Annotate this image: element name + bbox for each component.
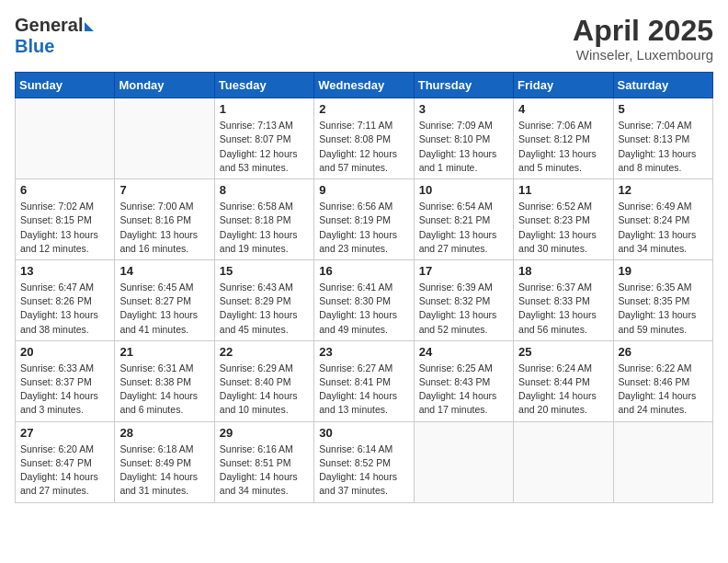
day-number: 1 <box>220 102 309 116</box>
day-info: Sunrise: 6:39 AM Sunset: 8:32 PM Dayligh… <box>419 281 508 337</box>
day-number: 2 <box>319 102 408 116</box>
calendar-cell: 7Sunrise: 7:00 AM Sunset: 8:16 PM Daylig… <box>115 179 214 260</box>
calendar-cell: 30Sunrise: 6:14 AM Sunset: 8:52 PM Dayli… <box>314 421 414 502</box>
day-number: 23 <box>319 345 408 359</box>
day-info: Sunrise: 6:20 AM Sunset: 8:47 PM Dayligh… <box>20 442 109 499</box>
calendar-cell: 28Sunrise: 6:18 AM Sunset: 8:49 PM Dayli… <box>115 421 214 502</box>
calendar-cell: 23Sunrise: 6:27 AM Sunset: 8:41 PM Dayli… <box>314 340 414 421</box>
day-number: 14 <box>119 264 209 278</box>
calendar-cell: 24Sunrise: 6:25 AM Sunset: 8:43 PM Dayli… <box>414 340 513 421</box>
day-info: Sunrise: 7:04 AM Sunset: 8:13 PM Dayligh… <box>619 119 708 175</box>
calendar-cell: 26Sunrise: 6:22 AM Sunset: 8:46 PM Dayli… <box>613 340 712 421</box>
day-info: Sunrise: 6:16 AM Sunset: 8:51 PM Dayligh… <box>220 442 309 499</box>
day-info: Sunrise: 6:56 AM Sunset: 8:19 PM Dayligh… <box>319 200 408 256</box>
day-number: 12 <box>619 183 708 197</box>
calendar-cell: 22Sunrise: 6:29 AM Sunset: 8:40 PM Dayli… <box>214 340 313 421</box>
calendar-week-5: 27Sunrise: 6:20 AM Sunset: 8:47 PM Dayli… <box>16 421 713 502</box>
day-number: 26 <box>619 345 708 359</box>
day-info: Sunrise: 6:27 AM Sunset: 8:41 PM Dayligh… <box>319 362 408 418</box>
weekday-header-wednesday: Wednesday <box>314 73 414 98</box>
day-info: Sunrise: 6:24 AM Sunset: 8:44 PM Dayligh… <box>518 362 608 418</box>
day-info: Sunrise: 6:54 AM Sunset: 8:21 PM Dayligh… <box>419 200 508 256</box>
calendar-week-2: 6Sunrise: 7:02 AM Sunset: 8:15 PM Daylig… <box>16 179 713 260</box>
weekday-header-saturday: Saturday <box>613 73 712 98</box>
day-info: Sunrise: 6:49 AM Sunset: 8:24 PM Dayligh… <box>619 200 708 256</box>
calendar-cell: 27Sunrise: 6:20 AM Sunset: 8:47 PM Dayli… <box>16 421 115 502</box>
day-number: 9 <box>319 183 408 197</box>
day-number: 17 <box>419 264 508 278</box>
day-info: Sunrise: 7:13 AM Sunset: 8:07 PM Dayligh… <box>220 119 309 175</box>
day-number: 30 <box>319 426 408 440</box>
day-info: Sunrise: 6:45 AM Sunset: 8:27 PM Dayligh… <box>119 281 209 337</box>
day-info: Sunrise: 7:02 AM Sunset: 8:15 PM Dayligh… <box>20 200 109 256</box>
calendar-cell: 17Sunrise: 6:39 AM Sunset: 8:32 PM Dayli… <box>414 259 513 340</box>
calendar-cell <box>514 421 613 502</box>
calendar-week-1: 1Sunrise: 7:13 AM Sunset: 8:07 PM Daylig… <box>16 98 713 179</box>
calendar-cell: 21Sunrise: 6:31 AM Sunset: 8:38 PM Dayli… <box>115 340 214 421</box>
calendar-cell: 6Sunrise: 7:02 AM Sunset: 8:15 PM Daylig… <box>16 179 115 260</box>
day-info: Sunrise: 6:52 AM Sunset: 8:23 PM Dayligh… <box>518 200 608 256</box>
day-number: 15 <box>220 264 309 278</box>
day-number: 21 <box>119 345 209 359</box>
day-number: 16 <box>319 264 408 278</box>
day-number: 7 <box>119 183 209 197</box>
day-info: Sunrise: 6:58 AM Sunset: 8:18 PM Dayligh… <box>220 200 309 256</box>
day-number: 25 <box>518 345 608 359</box>
weekday-header-row: SundayMondayTuesdayWednesdayThursdayFrid… <box>16 73 713 98</box>
calendar-cell: 10Sunrise: 6:54 AM Sunset: 8:21 PM Dayli… <box>414 179 513 260</box>
calendar-cell: 18Sunrise: 6:37 AM Sunset: 8:33 PM Dayli… <box>514 259 613 340</box>
weekday-header-tuesday: Tuesday <box>214 73 313 98</box>
day-info: Sunrise: 7:06 AM Sunset: 8:12 PM Dayligh… <box>518 119 608 175</box>
day-number: 6 <box>20 183 109 197</box>
calendar-week-4: 20Sunrise: 6:33 AM Sunset: 8:37 PM Dayli… <box>16 340 713 421</box>
calendar-cell: 12Sunrise: 6:49 AM Sunset: 8:24 PM Dayli… <box>613 179 712 260</box>
day-number: 3 <box>419 102 508 116</box>
day-number: 18 <box>518 264 608 278</box>
calendar-header: SundayMondayTuesdayWednesdayThursdayFrid… <box>16 73 713 98</box>
day-info: Sunrise: 7:11 AM Sunset: 8:08 PM Dayligh… <box>319 119 408 175</box>
day-number: 13 <box>20 264 109 278</box>
logo-general: General <box>15 15 83 36</box>
day-info: Sunrise: 6:33 AM Sunset: 8:37 PM Dayligh… <box>20 362 109 418</box>
calendar-cell: 25Sunrise: 6:24 AM Sunset: 8:44 PM Dayli… <box>514 340 613 421</box>
day-number: 19 <box>619 264 708 278</box>
day-info: Sunrise: 6:29 AM Sunset: 8:40 PM Dayligh… <box>220 362 309 418</box>
title-area: April 2025 Winseler, Luxembourg <box>573 15 713 63</box>
calendar-cell: 2Sunrise: 7:11 AM Sunset: 8:08 PM Daylig… <box>314 98 414 179</box>
location: Winseler, Luxembourg <box>573 47 713 63</box>
calendar-cell: 20Sunrise: 6:33 AM Sunset: 8:37 PM Dayli… <box>16 340 115 421</box>
day-number: 22 <box>220 345 309 359</box>
day-number: 27 <box>20 426 109 440</box>
calendar-cell <box>16 98 115 179</box>
page-header: General Blue April 2025 Winseler, Luxemb… <box>15 15 713 63</box>
calendar-cell: 1Sunrise: 7:13 AM Sunset: 8:07 PM Daylig… <box>214 98 313 179</box>
weekday-header-sunday: Sunday <box>16 73 115 98</box>
day-number: 11 <box>518 183 608 197</box>
day-info: Sunrise: 6:37 AM Sunset: 8:33 PM Dayligh… <box>518 281 608 337</box>
calendar-cell <box>115 98 214 179</box>
calendar-cell: 16Sunrise: 6:41 AM Sunset: 8:30 PM Dayli… <box>314 259 414 340</box>
day-number: 8 <box>220 183 309 197</box>
calendar-cell: 8Sunrise: 6:58 AM Sunset: 8:18 PM Daylig… <box>214 179 313 260</box>
calendar-cell: 3Sunrise: 7:09 AM Sunset: 8:10 PM Daylig… <box>414 98 513 179</box>
day-info: Sunrise: 6:14 AM Sunset: 8:52 PM Dayligh… <box>319 442 408 499</box>
day-info: Sunrise: 7:00 AM Sunset: 8:16 PM Dayligh… <box>119 200 209 256</box>
calendar-cell: 13Sunrise: 6:47 AM Sunset: 8:26 PM Dayli… <box>16 259 115 340</box>
day-info: Sunrise: 6:41 AM Sunset: 8:30 PM Dayligh… <box>319 281 408 337</box>
calendar-cell: 15Sunrise: 6:43 AM Sunset: 8:29 PM Dayli… <box>214 259 313 340</box>
calendar-cell: 19Sunrise: 6:35 AM Sunset: 8:35 PM Dayli… <box>613 259 712 340</box>
calendar-cell: 4Sunrise: 7:06 AM Sunset: 8:12 PM Daylig… <box>514 98 613 179</box>
day-info: Sunrise: 6:35 AM Sunset: 8:35 PM Dayligh… <box>619 281 708 337</box>
weekday-header-friday: Friday <box>514 73 613 98</box>
logo: General Blue <box>15 15 94 57</box>
day-number: 28 <box>119 426 209 440</box>
calendar-cell <box>613 421 712 502</box>
calendar-cell <box>414 421 513 502</box>
calendar-cell: 14Sunrise: 6:45 AM Sunset: 8:27 PM Dayli… <box>115 259 214 340</box>
day-info: Sunrise: 6:31 AM Sunset: 8:38 PM Dayligh… <box>119 362 209 418</box>
calendar-week-3: 13Sunrise: 6:47 AM Sunset: 8:26 PM Dayli… <box>16 259 713 340</box>
calendar-cell: 11Sunrise: 6:52 AM Sunset: 8:23 PM Dayli… <box>514 179 613 260</box>
day-info: Sunrise: 6:47 AM Sunset: 8:26 PM Dayligh… <box>20 281 109 337</box>
day-info: Sunrise: 6:43 AM Sunset: 8:29 PM Dayligh… <box>220 281 309 337</box>
day-number: 29 <box>220 426 309 440</box>
